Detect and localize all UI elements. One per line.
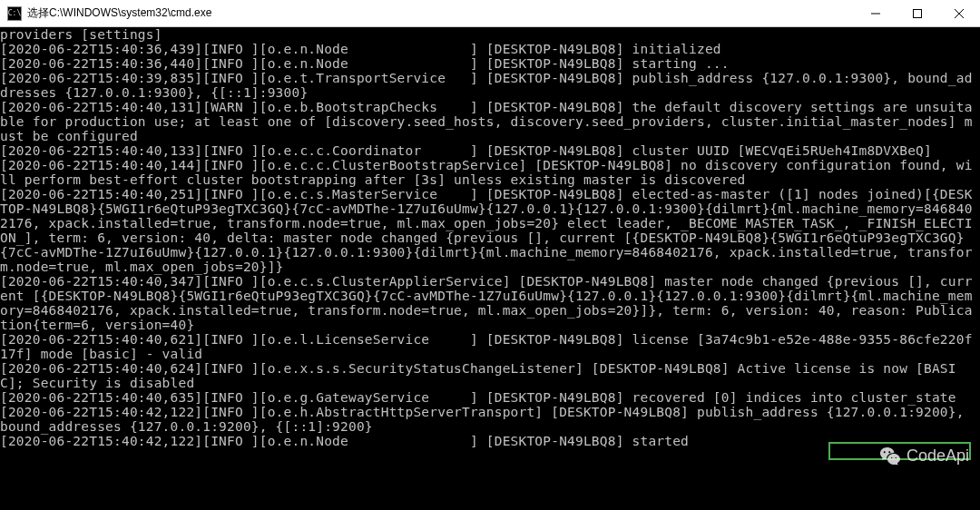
cmd-icon: C:\ (7, 6, 22, 21)
maximize-button[interactable] (897, 0, 938, 26)
terminal-line: [2020-06-22T15:40:40,624][INFO ][o.e.x.s… (0, 361, 980, 390)
terminal-line: [2020-06-22T15:40:36,440][INFO ][o.e.n.N… (0, 56, 980, 71)
terminal-line: [2020-06-22T15:40:39,835][INFO ][o.e.t.T… (0, 71, 980, 100)
window-controls (855, 0, 980, 26)
terminal-line: [2020-06-22T15:40:40,635][INFO ][o.e.g.G… (0, 390, 980, 405)
close-button[interactable] (938, 0, 980, 26)
terminal-line: [2020-06-22T15:40:40,621][INFO ][o.e.l.L… (0, 332, 980, 361)
terminal-line: [2020-06-22T15:40:40,133][INFO ][o.e.c.c… (0, 143, 980, 158)
window-titlebar: C:\ 选择C:\WINDOWS\system32\cmd.exe (0, 0, 980, 27)
wechat-icon (879, 445, 901, 466)
terminal-line: [2020-06-22T15:40:40,131][WARN ][o.e.b.B… (0, 100, 980, 143)
watermark: CodeApi (879, 445, 969, 466)
terminal-output[interactable]: providers [settings][2020-06-22T15:40:36… (0, 27, 980, 448)
minimize-button[interactable] (855, 0, 897, 26)
svg-rect-1 (914, 9, 922, 17)
watermark-text: CodeApi (906, 446, 969, 466)
window-title: 选择C:\WINDOWS\system32\cmd.exe (27, 5, 855, 21)
terminal-line: [2020-06-22T15:40:42,122][INFO ][o.e.h.A… (0, 405, 980, 434)
terminal-line: providers [settings] (0, 27, 980, 42)
terminal-line: [2020-06-22T15:40:40,144][INFO ][o.e.c.c… (0, 158, 980, 187)
terminal-line: [2020-06-22T15:40:36,439][INFO ][o.e.n.N… (0, 42, 980, 56)
terminal-line: [2020-06-22T15:40:40,251][INFO ][o.e.c.s… (0, 187, 980, 274)
terminal-line: [2020-06-22T15:40:40,347][INFO ][o.e.c.s… (0, 274, 980, 332)
terminal-line: [2020-06-22T15:40:42,122][INFO ][o.e.n.N… (0, 434, 980, 448)
